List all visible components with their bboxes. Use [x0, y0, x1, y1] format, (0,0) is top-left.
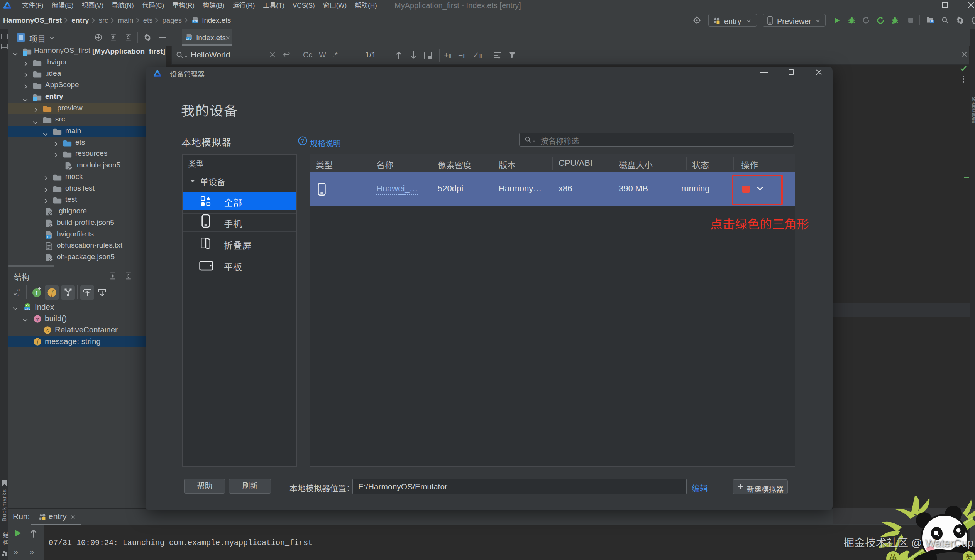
svg-text:c: c — [46, 328, 49, 333]
svg-text:z: z — [17, 292, 20, 297]
svg-text:英: 英 — [889, 551, 897, 560]
svg-text:?: ? — [301, 138, 304, 144]
svg-text:I: I — [36, 290, 38, 296]
svg-text:m: m — [36, 317, 39, 322]
svg-text:英: 英 — [965, 552, 972, 560]
svg-text:a: a — [17, 287, 20, 292]
